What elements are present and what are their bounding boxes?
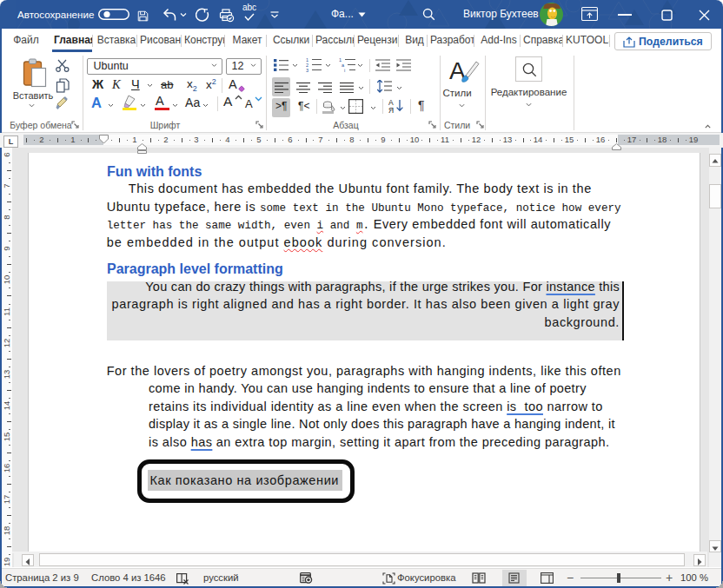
svg-text:i: i [344,68,345,72]
svg-text:3: 3 [306,68,308,72]
svg-text:Я: Я [388,106,394,114]
